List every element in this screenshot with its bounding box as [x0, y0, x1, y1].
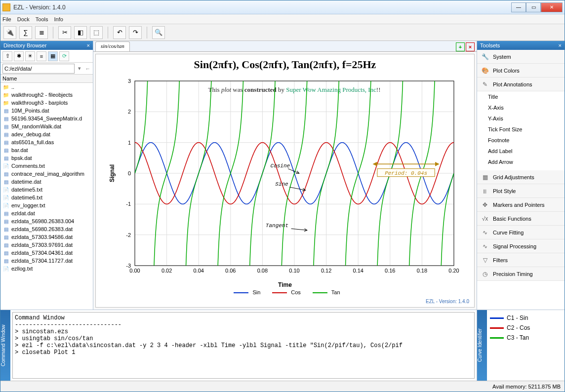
- add-tab-button[interactable]: +: [456, 42, 465, 51]
- erase-icon[interactable]: ◧: [74, 26, 87, 39]
- svg-text:-1: -1: [126, 201, 131, 207]
- curve-row[interactable]: C2 - Cos: [490, 323, 562, 333]
- tool-signal-processing[interactable]: ∿Signal Processing: [477, 239, 565, 253]
- curve-color-swatch: [490, 327, 504, 329]
- cut-icon[interactable]: ✂: [58, 26, 71, 39]
- annotation-add-label[interactable]: Add Label: [477, 146, 565, 157]
- chart-canvas[interactable]: 0.000.020.040.060.080.100.120.140.160.18…: [96, 73, 474, 280]
- math-icon[interactable]: ∑: [19, 26, 32, 39]
- dir-up-icon[interactable]: ⇧: [2, 51, 12, 61]
- toolsets-panel-close[interactable]: ×: [559, 42, 562, 48]
- tool-grid-adjustments[interactable]: ▦Grid Adjustments: [477, 170, 565, 184]
- file-row[interactable]: ▤ezldata_57304.11727.dat: [0, 257, 93, 265]
- tool-markers-and-pointers[interactable]: ✥Markers and Pointers: [477, 198, 565, 212]
- menu-dock[interactable]: Dock: [17, 16, 30, 22]
- svg-line-40: [288, 169, 299, 173]
- file-row[interactable]: 📄env_logger.txt: [0, 201, 93, 209]
- tool-icon: ▦: [481, 173, 489, 181]
- maximize-button[interactable]: ▭: [526, 2, 541, 12]
- tool-system[interactable]: 🔧System: [477, 50, 565, 64]
- zoom-icon[interactable]: 🔍: [152, 26, 165, 39]
- tool-basic-functions[interactable]: √xBasic Functions: [477, 212, 565, 226]
- script-icon[interactable]: ≣: [35, 26, 48, 39]
- svg-text:0.20: 0.20: [448, 268, 459, 274]
- file-row[interactable]: ▤ezldata_57304.04361.dat: [0, 249, 93, 257]
- file-row[interactable]: 📄ezllog.txt: [0, 265, 93, 273]
- svg-text:0.16: 0.16: [385, 268, 395, 274]
- path-dropdown-icon[interactable]: ▾: [77, 65, 83, 72]
- file-row[interactable]: ▤bpsk.dat: [0, 154, 93, 162]
- annotation-tick-font-size[interactable]: Tick Font Size: [477, 124, 565, 135]
- tool-plot-annotations[interactable]: ✎Plot Annotations: [477, 78, 565, 91]
- dat-icon: ▤: [2, 210, 9, 217]
- tab-sincostan[interactable]: sin/cos/tan: [95, 41, 130, 51]
- curve-identifier-tab[interactable]: Curve Identifier: [477, 310, 487, 381]
- dir-refresh-icon[interactable]: ⟳: [59, 51, 69, 61]
- file-row[interactable]: 📁..: [0, 83, 93, 91]
- plot-area[interactable]: Sin(2πfτ), Cos(2πfτ), Tan(2πfτ), f=25Hz …: [95, 54, 475, 308]
- file-row[interactable]: 📄datetime5.txt: [0, 186, 93, 194]
- tool-plot-style[interactable]: ⫼Plot Style: [477, 184, 565, 198]
- path-back-icon[interactable]: ←: [85, 66, 91, 72]
- command-window-tab[interactable]: Command Window: [0, 310, 10, 381]
- tool-curve-fitting[interactable]: ∿Curve Fitting: [477, 226, 565, 239]
- annotation-add-arrow[interactable]: Add Arrow: [477, 157, 565, 167]
- minimize-button[interactable]: —: [511, 2, 526, 12]
- dir-open-icon[interactable]: ☀: [25, 51, 35, 61]
- tool-icon: ∿: [481, 229, 489, 236]
- dir-list-icon[interactable]: ≡: [37, 51, 46, 61]
- chip-icon[interactable]: 🔌: [3, 26, 16, 39]
- close-button[interactable]: ✕: [541, 2, 563, 12]
- dir-grid-icon[interactable]: ▦: [48, 51, 58, 61]
- dat-icon: ▤: [2, 178, 9, 185]
- file-row[interactable]: ▤adev_debug.dat: [0, 130, 93, 138]
- file-row[interactable]: ▤ezldata_57303.94586.dat: [0, 233, 93, 241]
- svg-text:-2: -2: [126, 232, 131, 238]
- file-row[interactable]: 📁walkthrough3 - barplots: [0, 99, 93, 107]
- directory-panel: Directory Browser × ⇧ ✱ ☀ ≡ ▦ ⟳ ▾ ← Name…: [0, 41, 93, 310]
- menu-info[interactable]: Info: [54, 16, 63, 22]
- file-row[interactable]: 📄datetime6.txt: [0, 194, 93, 201]
- tool-plot-colors[interactable]: 🎨Plot Colors: [477, 64, 565, 78]
- annotation-footnote[interactable]: Footnote: [477, 135, 565, 146]
- file-row[interactable]: 📁walkthrough2 - fileobjects: [0, 91, 93, 99]
- tool-precision-timing[interactable]: ◷Precision Timing: [477, 267, 565, 281]
- file-row[interactable]: ▤ezldata_56980.26383.004: [0, 217, 93, 225]
- dir-new-icon[interactable]: ✱: [14, 51, 24, 61]
- file-row[interactable]: 📄Comments.txt: [0, 162, 93, 170]
- file-list[interactable]: Name 📁..📁walkthrough2 - fileobjects📁walk…: [0, 75, 93, 310]
- directory-panel-close[interactable]: ×: [87, 42, 90, 48]
- column-header-name[interactable]: Name: [0, 75, 93, 83]
- curve-row[interactable]: C3 - Tan: [490, 333, 562, 343]
- tool-icon: 🎨: [481, 67, 489, 75]
- close-tab-button[interactable]: ×: [466, 42, 475, 51]
- file-row[interactable]: ▤datetime.dat: [0, 178, 93, 186]
- curve-row[interactable]: C1 - Sin: [490, 313, 562, 323]
- undo-icon[interactable]: ↶: [113, 26, 126, 39]
- file-row[interactable]: ▤ezldata_57303.97691.dat: [0, 241, 93, 249]
- annotation-y-axis[interactable]: Y-Axis: [477, 113, 565, 124]
- file-row[interactable]: ▤56196.93454_SweepMatrix.d: [0, 115, 93, 122]
- svg-text:0.00: 0.00: [129, 268, 140, 274]
- menu-file[interactable]: File: [2, 16, 11, 22]
- annotation-title[interactable]: Title: [477, 91, 565, 102]
- path-input[interactable]: [2, 64, 75, 74]
- file-row[interactable]: ▤bar.dat: [0, 146, 93, 154]
- tool-icon: ◷: [481, 270, 489, 278]
- svg-text:0.18: 0.18: [417, 268, 427, 274]
- file-row[interactable]: ▤5M_randomWalk.dat: [0, 122, 93, 130]
- select-icon[interactable]: ⬚: [90, 26, 103, 39]
- svg-text:Cosine: Cosine: [271, 163, 290, 169]
- file-row[interactable]: ▤ats6501a_full.das: [0, 138, 93, 146]
- tool-filters[interactable]: ▽Filters: [477, 253, 565, 267]
- redo-icon[interactable]: ↷: [129, 26, 142, 39]
- file-row[interactable]: ▤10M_Points.dat: [0, 107, 93, 115]
- tool-icon: ⫼: [481, 187, 489, 195]
- file-row[interactable]: ▤ezldat.dat: [0, 209, 93, 217]
- annotation-x-axis[interactable]: X-Axis: [477, 102, 565, 113]
- file-row[interactable]: ▤ezldata_56980.26383.dat: [0, 225, 93, 233]
- menu-tools[interactable]: Tools: [36, 16, 48, 22]
- dat-icon: ▤: [2, 115, 9, 122]
- file-row[interactable]: ▤contrace_real_imag_algorithm: [0, 170, 93, 178]
- command-window[interactable]: Command Window -------------------------…: [12, 312, 475, 379]
